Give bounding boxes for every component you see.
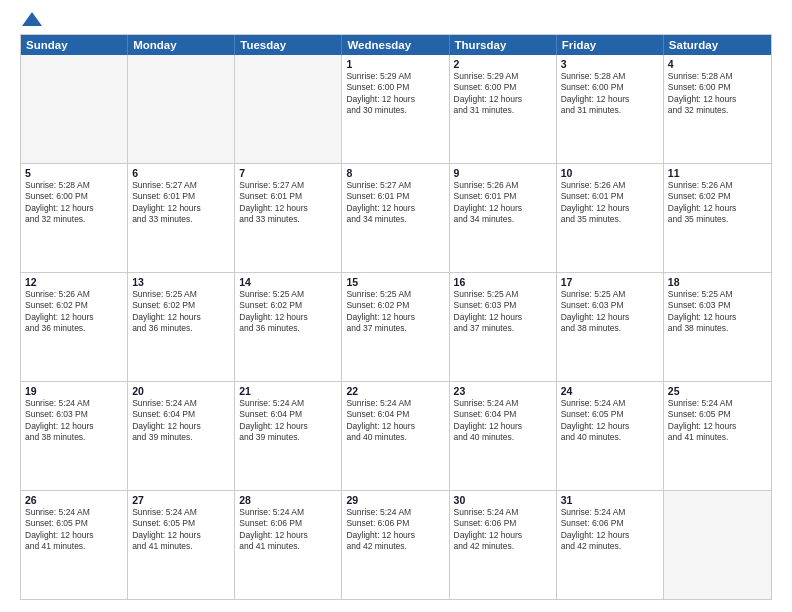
calendar-cell-9: 9Sunrise: 5:26 AM Sunset: 6:01 PM Daylig… [450, 164, 557, 272]
day-info: Sunrise: 5:24 AM Sunset: 6:05 PM Dayligh… [132, 507, 230, 553]
calendar-cell-11: 11Sunrise: 5:26 AM Sunset: 6:02 PM Dayli… [664, 164, 771, 272]
day-info: Sunrise: 5:25 AM Sunset: 6:02 PM Dayligh… [132, 289, 230, 335]
day-info: Sunrise: 5:24 AM Sunset: 6:05 PM Dayligh… [25, 507, 123, 553]
calendar-cell-5: 5Sunrise: 5:28 AM Sunset: 6:00 PM Daylig… [21, 164, 128, 272]
day-number: 19 [25, 385, 123, 397]
day-number: 16 [454, 276, 552, 288]
day-number: 2 [454, 58, 552, 70]
calendar-cell-23: 23Sunrise: 5:24 AM Sunset: 6:04 PM Dayli… [450, 382, 557, 490]
weekday-header-monday: Monday [128, 35, 235, 55]
day-info: Sunrise: 5:24 AM Sunset: 6:06 PM Dayligh… [346, 507, 444, 553]
day-info: Sunrise: 5:26 AM Sunset: 6:01 PM Dayligh… [454, 180, 552, 226]
day-number: 30 [454, 494, 552, 506]
day-info: Sunrise: 5:26 AM Sunset: 6:01 PM Dayligh… [561, 180, 659, 226]
day-number: 11 [668, 167, 767, 179]
day-number: 29 [346, 494, 444, 506]
weekday-header-wednesday: Wednesday [342, 35, 449, 55]
day-number: 26 [25, 494, 123, 506]
calendar-row-2: 12Sunrise: 5:26 AM Sunset: 6:02 PM Dayli… [21, 272, 771, 381]
day-info: Sunrise: 5:25 AM Sunset: 6:02 PM Dayligh… [346, 289, 444, 335]
day-number: 14 [239, 276, 337, 288]
calendar-cell-25: 25Sunrise: 5:24 AM Sunset: 6:05 PM Dayli… [664, 382, 771, 490]
day-info: Sunrise: 5:29 AM Sunset: 6:00 PM Dayligh… [346, 71, 444, 117]
calendar-cell-7: 7Sunrise: 5:27 AM Sunset: 6:01 PM Daylig… [235, 164, 342, 272]
day-info: Sunrise: 5:24 AM Sunset: 6:04 PM Dayligh… [346, 398, 444, 444]
day-number: 22 [346, 385, 444, 397]
calendar-cell-12: 12Sunrise: 5:26 AM Sunset: 6:02 PM Dayli… [21, 273, 128, 381]
calendar-cell-10: 10Sunrise: 5:26 AM Sunset: 6:01 PM Dayli… [557, 164, 664, 272]
day-number: 9 [454, 167, 552, 179]
day-number: 25 [668, 385, 767, 397]
day-info: Sunrise: 5:25 AM Sunset: 6:03 PM Dayligh… [668, 289, 767, 335]
day-info: Sunrise: 5:26 AM Sunset: 6:02 PM Dayligh… [25, 289, 123, 335]
day-info: Sunrise: 5:24 AM Sunset: 6:05 PM Dayligh… [561, 398, 659, 444]
calendar-cell-empty-0-2 [235, 55, 342, 163]
day-number: 20 [132, 385, 230, 397]
day-info: Sunrise: 5:26 AM Sunset: 6:02 PM Dayligh… [668, 180, 767, 226]
calendar-cell-20: 20Sunrise: 5:24 AM Sunset: 6:04 PM Dayli… [128, 382, 235, 490]
weekday-header-saturday: Saturday [664, 35, 771, 55]
calendar-cell-15: 15Sunrise: 5:25 AM Sunset: 6:02 PM Dayli… [342, 273, 449, 381]
day-info: Sunrise: 5:25 AM Sunset: 6:03 PM Dayligh… [561, 289, 659, 335]
calendar-row-4: 26Sunrise: 5:24 AM Sunset: 6:05 PM Dayli… [21, 490, 771, 599]
calendar-cell-27: 27Sunrise: 5:24 AM Sunset: 6:05 PM Dayli… [128, 491, 235, 599]
day-info: Sunrise: 5:24 AM Sunset: 6:06 PM Dayligh… [239, 507, 337, 553]
weekday-header-tuesday: Tuesday [235, 35, 342, 55]
day-info: Sunrise: 5:29 AM Sunset: 6:00 PM Dayligh… [454, 71, 552, 117]
calendar-cell-6: 6Sunrise: 5:27 AM Sunset: 6:01 PM Daylig… [128, 164, 235, 272]
calendar-row-3: 19Sunrise: 5:24 AM Sunset: 6:03 PM Dayli… [21, 381, 771, 490]
weekday-header-friday: Friday [557, 35, 664, 55]
day-number: 13 [132, 276, 230, 288]
day-info: Sunrise: 5:25 AM Sunset: 6:03 PM Dayligh… [454, 289, 552, 335]
calendar-cell-22: 22Sunrise: 5:24 AM Sunset: 6:04 PM Dayli… [342, 382, 449, 490]
calendar-cell-empty-0-0 [21, 55, 128, 163]
day-info: Sunrise: 5:24 AM Sunset: 6:06 PM Dayligh… [454, 507, 552, 553]
day-info: Sunrise: 5:27 AM Sunset: 6:01 PM Dayligh… [132, 180, 230, 226]
day-number: 18 [668, 276, 767, 288]
calendar-cell-19: 19Sunrise: 5:24 AM Sunset: 6:03 PM Dayli… [21, 382, 128, 490]
calendar-row-1: 5Sunrise: 5:28 AM Sunset: 6:00 PM Daylig… [21, 163, 771, 272]
logo-icon [22, 12, 42, 26]
day-number: 8 [346, 167, 444, 179]
calendar-cell-empty-0-1 [128, 55, 235, 163]
header [20, 16, 772, 26]
day-info: Sunrise: 5:28 AM Sunset: 6:00 PM Dayligh… [25, 180, 123, 226]
day-info: Sunrise: 5:24 AM Sunset: 6:05 PM Dayligh… [668, 398, 767, 444]
calendar-cell-3: 3Sunrise: 5:28 AM Sunset: 6:00 PM Daylig… [557, 55, 664, 163]
day-info: Sunrise: 5:24 AM Sunset: 6:04 PM Dayligh… [132, 398, 230, 444]
day-number: 27 [132, 494, 230, 506]
day-number: 6 [132, 167, 230, 179]
day-number: 1 [346, 58, 444, 70]
day-info: Sunrise: 5:28 AM Sunset: 6:00 PM Dayligh… [561, 71, 659, 117]
calendar-body: 1Sunrise: 5:29 AM Sunset: 6:00 PM Daylig… [21, 55, 771, 599]
day-info: Sunrise: 5:27 AM Sunset: 6:01 PM Dayligh… [346, 180, 444, 226]
calendar-cell-21: 21Sunrise: 5:24 AM Sunset: 6:04 PM Dayli… [235, 382, 342, 490]
svg-marker-0 [22, 12, 42, 26]
day-info: Sunrise: 5:28 AM Sunset: 6:00 PM Dayligh… [668, 71, 767, 117]
weekday-header-sunday: Sunday [21, 35, 128, 55]
day-number: 4 [668, 58, 767, 70]
calendar-cell-31: 31Sunrise: 5:24 AM Sunset: 6:06 PM Dayli… [557, 491, 664, 599]
day-number: 24 [561, 385, 659, 397]
day-info: Sunrise: 5:24 AM Sunset: 6:03 PM Dayligh… [25, 398, 123, 444]
day-number: 5 [25, 167, 123, 179]
calendar-cell-16: 16Sunrise: 5:25 AM Sunset: 6:03 PM Dayli… [450, 273, 557, 381]
day-info: Sunrise: 5:25 AM Sunset: 6:02 PM Dayligh… [239, 289, 337, 335]
day-info: Sunrise: 5:24 AM Sunset: 6:04 PM Dayligh… [454, 398, 552, 444]
logo [20, 16, 42, 26]
page: SundayMondayTuesdayWednesdayThursdayFrid… [0, 0, 792, 612]
calendar-cell-24: 24Sunrise: 5:24 AM Sunset: 6:05 PM Dayli… [557, 382, 664, 490]
calendar-cell-1: 1Sunrise: 5:29 AM Sunset: 6:00 PM Daylig… [342, 55, 449, 163]
calendar-cell-17: 17Sunrise: 5:25 AM Sunset: 6:03 PM Dayli… [557, 273, 664, 381]
day-number: 3 [561, 58, 659, 70]
day-number: 21 [239, 385, 337, 397]
calendar-cell-30: 30Sunrise: 5:24 AM Sunset: 6:06 PM Dayli… [450, 491, 557, 599]
day-number: 28 [239, 494, 337, 506]
day-number: 17 [561, 276, 659, 288]
weekday-header-thursday: Thursday [450, 35, 557, 55]
calendar-cell-14: 14Sunrise: 5:25 AM Sunset: 6:02 PM Dayli… [235, 273, 342, 381]
calendar-cell-4: 4Sunrise: 5:28 AM Sunset: 6:00 PM Daylig… [664, 55, 771, 163]
calendar-cell-18: 18Sunrise: 5:25 AM Sunset: 6:03 PM Dayli… [664, 273, 771, 381]
day-number: 12 [25, 276, 123, 288]
calendar-cell-26: 26Sunrise: 5:24 AM Sunset: 6:05 PM Dayli… [21, 491, 128, 599]
